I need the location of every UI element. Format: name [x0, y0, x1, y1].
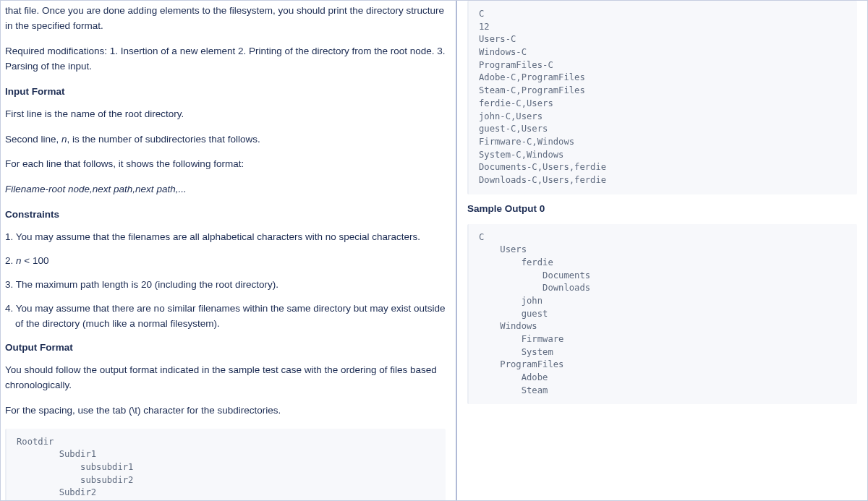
- required-modifications: Required modifications: 1. Insertion of …: [5, 44, 446, 74]
- if-line-2b: , is the number of subdirectories that f…: [67, 134, 260, 145]
- if-line-3: For each line that follows, it shows the…: [5, 157, 446, 172]
- heading-output-format: Output Format: [5, 341, 446, 356]
- constraint-3: 3. The maximum path length is 20 (includ…: [5, 278, 446, 293]
- constraint-1: 1. You may assume that the filenames are…: [5, 230, 446, 245]
- sample-input-code: C 12 Users-C Windows-C ProgramFiles-C Ad…: [467, 1, 857, 194]
- intro-paragraph: that file. Once you are done adding elem…: [5, 4, 446, 34]
- if-line-1: First line is the name of the root direc…: [5, 107, 446, 122]
- var-n-2: n: [16, 255, 22, 266]
- c2-a: 2.: [5, 255, 16, 266]
- input-format-pattern: Filename-root node,next path,next path,.…: [5, 182, 446, 197]
- samples-right-column: C 12 Users-C Windows-C ProgramFiles-C Ad…: [457, 1, 867, 500]
- problem-left-column: that file. Once you are done adding elem…: [1, 1, 456, 500]
- if-line-2: Second line, n, is the number of subdire…: [5, 132, 446, 147]
- constraint-2: 2. n < 100: [5, 254, 446, 269]
- c2-b: < 100: [22, 255, 49, 266]
- heading-sample-output: Sample Output 0: [467, 202, 857, 217]
- sample-output-code: C Users ferdie Documents Downloads john …: [467, 224, 857, 405]
- example-tree-code: Rootdir Subdir1 subsubdir1 subsubdir2 Su…: [5, 429, 446, 500]
- of-line-1: You should follow the output format indi…: [5, 363, 446, 393]
- heading-constraints: Constraints: [5, 207, 446, 223]
- of-line-2: For the spacing, use the tab (\t) charac…: [5, 403, 446, 419]
- constraint-4: 4. You may assume that there are no simi…: [5, 301, 446, 332]
- heading-input-format: Input Format: [5, 85, 446, 100]
- if-line-2a: Second line,: [5, 134, 61, 145]
- var-n: n: [61, 134, 67, 145]
